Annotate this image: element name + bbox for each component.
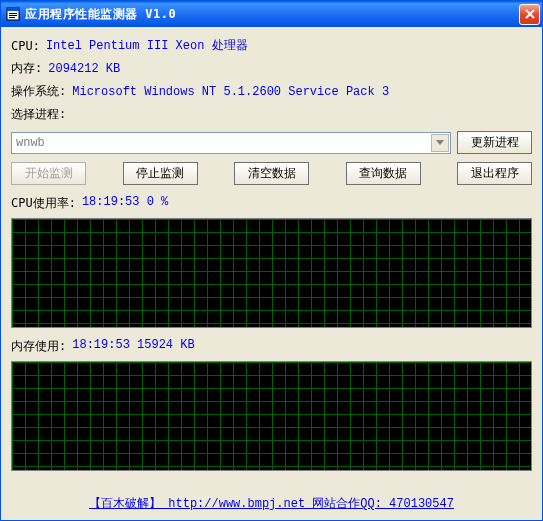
button-row: 开始监测 停止监测 清空数据 查询数据 退出程序 xyxy=(11,162,532,185)
mem-label: 内存: xyxy=(11,60,42,77)
mem-value: 2094212 KB xyxy=(48,62,120,76)
clear-data-button[interactable]: 清空数据 xyxy=(234,162,309,185)
footer-link[interactable]: 【百木破解】 http://www.bmpj.net 网站合作QQ: 47013… xyxy=(89,497,454,511)
start-monitor-button[interactable]: 开始监测 xyxy=(11,162,86,185)
os-value: Microsoft Windows NT 5.1.2600 Service Pa… xyxy=(72,85,389,99)
process-selected: wnwb xyxy=(12,136,430,150)
process-label: 选择进程: xyxy=(11,106,66,123)
app-icon xyxy=(5,6,21,22)
exit-button[interactable]: 退出程序 xyxy=(457,162,532,185)
footer: 【百木破解】 http://www.bmpj.net 网站合作QQ: 47013… xyxy=(11,491,532,516)
os-label: 操作系统: xyxy=(11,83,66,100)
mem-usage-label: 内存使用: xyxy=(11,338,66,355)
mem-graph-grid xyxy=(12,362,531,470)
query-data-button[interactable]: 查询数据 xyxy=(346,162,421,185)
process-label-row: 选择进程: xyxy=(11,106,532,123)
cpu-value: Intel Pentium III Xeon 处理器 xyxy=(46,37,248,54)
cpu-graph-grid xyxy=(12,219,531,327)
cpu-info-row: CPU: Intel Pentium III Xeon 处理器 xyxy=(11,37,532,54)
app-window: 应用程序性能监测器 V1.0 CPU: Intel Pentium III Xe… xyxy=(0,0,543,521)
cpu-label: CPU: xyxy=(11,39,40,53)
mem-usage-graph xyxy=(11,361,532,471)
svg-rect-4 xyxy=(9,17,15,18)
cpu-usage-row: CPU使用率: 18:19:53 0 % xyxy=(11,195,532,212)
process-select-row: wnwb 更新进程 xyxy=(11,131,532,154)
mem-usage-value: 18:19:53 15924 KB xyxy=(72,338,194,355)
cpu-usage-label: CPU使用率: xyxy=(11,195,76,212)
mem-info-row: 内存: 2094212 KB xyxy=(11,60,532,77)
close-button[interactable] xyxy=(519,4,540,25)
cpu-usage-value: 18:19:53 0 % xyxy=(82,195,168,212)
cpu-usage-graph xyxy=(11,218,532,328)
svg-rect-3 xyxy=(9,15,17,16)
svg-rect-1 xyxy=(7,8,19,11)
stop-monitor-button[interactable]: 停止监测 xyxy=(123,162,198,185)
process-combobox[interactable]: wnwb xyxy=(11,132,451,154)
refresh-process-button[interactable]: 更新进程 xyxy=(457,131,532,154)
svg-rect-2 xyxy=(9,13,17,14)
mem-usage-row: 内存使用: 18:19:53 15924 KB xyxy=(11,338,532,355)
os-info-row: 操作系统: Microsoft Windows NT 5.1.2600 Serv… xyxy=(11,83,532,100)
chevron-down-icon xyxy=(431,134,449,152)
titlebar[interactable]: 应用程序性能监测器 V1.0 xyxy=(1,1,542,27)
content-area: CPU: Intel Pentium III Xeon 处理器 内存: 2094… xyxy=(1,27,542,520)
window-title: 应用程序性能监测器 V1.0 xyxy=(25,6,519,23)
